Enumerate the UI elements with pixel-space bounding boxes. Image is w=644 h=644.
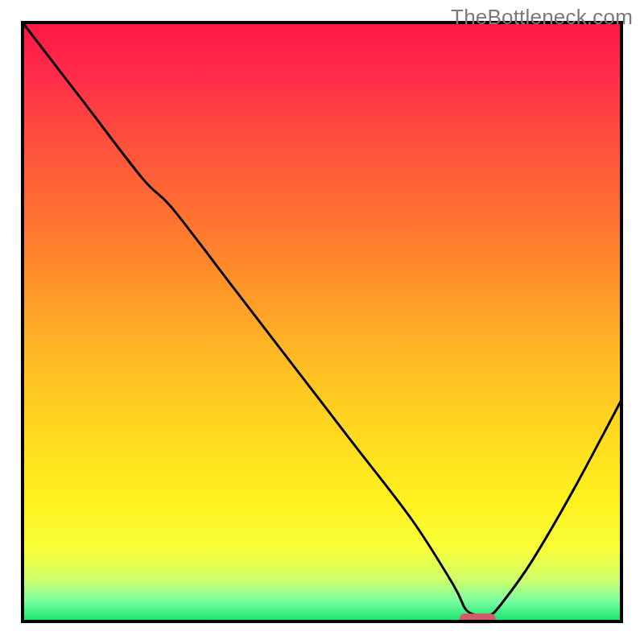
watermark-text: TheBottleneck.com: [451, 5, 633, 30]
plot-area: [23, 23, 621, 623]
bottleneck-chart: TheBottleneck.com: [0, 0, 644, 644]
gradient-background: [23, 23, 621, 621]
chart-svg: [0, 0, 644, 644]
